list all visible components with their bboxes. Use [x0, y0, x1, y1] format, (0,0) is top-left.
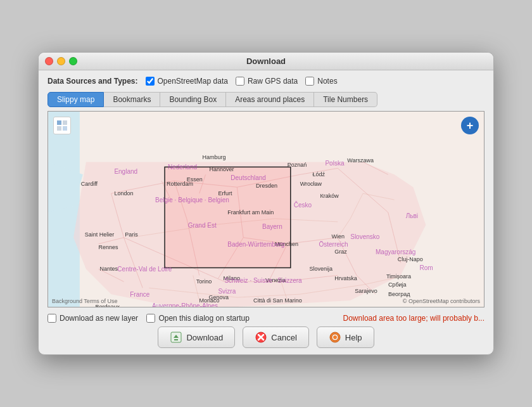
notes-checkbox-group[interactable]: Notes	[305, 77, 337, 86]
download-layer-checkbox-group[interactable]: Download as new layer	[48, 314, 138, 323]
tab-bookmarks[interactable]: Bookmarks	[104, 92, 160, 107]
bottom-section: Download as new layer Open this dialog o…	[39, 307, 493, 354]
tabs-row: Slippy map Bookmarks Bounding Box Areas …	[39, 89, 493, 111]
traffic-lights	[45, 57, 77, 65]
cancel-button[interactable]: Cancel	[243, 326, 308, 348]
help-icon	[329, 331, 341, 344]
osm-checkbox-label: OpenStreetMap data	[158, 77, 228, 86]
maximize-button[interactable]	[69, 57, 77, 65]
svg-rect-44	[63, 126, 67, 131]
gps-checkbox-group[interactable]: Raw GPS data	[236, 77, 298, 86]
map-add-button[interactable]: +	[461, 117, 479, 134]
download-button-label: Download	[186, 333, 223, 342]
help-button[interactable]: Help	[317, 326, 374, 348]
svg-rect-43	[63, 120, 67, 125]
help-button-label: Help	[345, 333, 362, 342]
titlebar: Download	[39, 53, 493, 70]
notes-checkbox-label: Notes	[317, 77, 337, 86]
download-layer-label: Download as new layer	[60, 314, 138, 323]
gps-checkbox-label: Raw GPS data	[248, 77, 298, 86]
tab-tile-numbers[interactable]: Tile Numbers	[314, 92, 377, 107]
download-button[interactable]: Download	[158, 326, 235, 348]
map-attribution-right: © OpenStreetMap contributors	[403, 298, 480, 304]
download-layer-checkbox[interactable]	[48, 314, 56, 323]
open-dialog-checkbox[interactable]	[146, 314, 155, 323]
svg-rect-47	[174, 339, 178, 340]
map-attribution-left: Background Terms of Use	[52, 298, 117, 304]
cancel-icon	[255, 331, 267, 344]
gps-checkbox[interactable]	[236, 77, 244, 86]
close-button[interactable]	[45, 57, 53, 65]
toolbar: Data Sources and Types: OpenStreetMap da…	[39, 70, 493, 89]
minimize-button[interactable]	[57, 57, 65, 65]
osm-checkbox[interactable]	[146, 77, 155, 86]
map-view[interactable]: CardiffLondonParisRennesNantesBordeauxSa…	[48, 111, 484, 307]
svg-rect-41	[57, 120, 61, 125]
download-window: Download Data Sources and Types: OpenStr…	[38, 52, 494, 355]
open-dialog-label: Open this dialog on startup	[158, 314, 249, 323]
tab-bounding-box[interactable]: Bounding Box	[160, 92, 226, 107]
cancel-button-label: Cancel	[271, 333, 296, 342]
svg-rect-42	[57, 126, 61, 131]
open-dialog-checkbox-group[interactable]: Open this dialog on startup	[146, 314, 249, 323]
download-icon	[170, 331, 182, 344]
bottom-checkboxes-row: Download as new layer Open this dialog o…	[48, 313, 484, 324]
map-controls	[53, 117, 71, 134]
window-title: Download	[246, 56, 286, 66]
action-buttons: Download Cancel	[48, 326, 484, 348]
notes-checkbox[interactable]	[305, 77, 314, 86]
sources-label: Data Sources and Types:	[48, 77, 138, 86]
osm-checkbox-group[interactable]: OpenStreetMap data	[146, 77, 228, 86]
map-icon-button[interactable]	[53, 117, 71, 134]
tab-slippy-map[interactable]: Slippy map	[48, 92, 104, 107]
warning-text: Download area too large; will probably b…	[343, 314, 484, 323]
tab-areas[interactable]: Areas around places	[226, 92, 314, 107]
svg-rect-40	[165, 167, 291, 268]
svg-point-53	[333, 335, 337, 339]
